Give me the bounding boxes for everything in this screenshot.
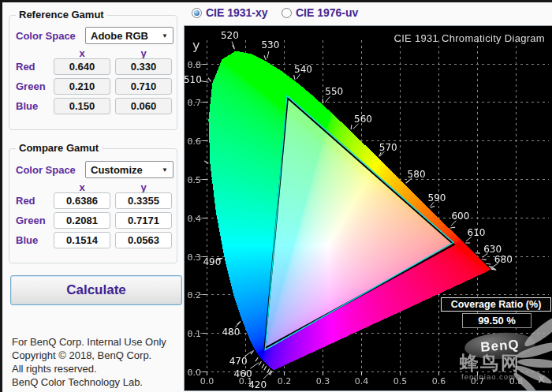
footer-line: BenQ Color Technology Lab. (12, 375, 166, 389)
compare-green-label: Green (16, 215, 46, 226)
compare-red-y-input[interactable] (115, 192, 172, 209)
reference-color-space-label: Color Space (16, 30, 76, 42)
reference-green-x-field (54, 78, 110, 95)
compare-color-space-select[interactable]: Customize ▼ (85, 161, 173, 178)
radio-cie-1976-uv[interactable]: CIE 1976-uv (282, 6, 358, 19)
reference-blue-y-field (115, 98, 172, 114)
compare-blue-y-input[interactable] (115, 232, 172, 248)
chromaticity-plot: CIE 1931 Chromaticity Diagram Coverage R… (184, 25, 552, 391)
radio-cie-1976-label: CIE 1976-uv (296, 6, 358, 19)
reference-red-label: Red (16, 61, 35, 73)
reference-gamut-group: Reference Gamut Color Space Adobe RGB ▼ … (9, 15, 177, 130)
compare-col-x-header: x (54, 181, 110, 193)
dropdown-arrow-icon: ▼ (162, 32, 168, 39)
reference-blue-x-field (54, 98, 110, 114)
radio-selected-icon (192, 8, 202, 18)
reference-col-y-header: y (115, 47, 172, 59)
compare-green-y-input[interactable] (115, 212, 172, 229)
coverage-ratio-label: Coverage Ratio (%) (441, 297, 551, 312)
compare-gamut-group: Compare Gamut Color Space Customize ▼ x … (9, 148, 177, 263)
compare-color-space-value: Customize (91, 164, 143, 176)
compare-green-x-input[interactable] (54, 212, 110, 229)
gamut-tool-window: Reference Gamut Color Space Adobe RGB ▼ … (0, 0, 552, 392)
compare-gamut-title: Compare Gamut (16, 142, 102, 154)
dropdown-arrow-icon: ▼ (162, 166, 168, 174)
reference-blue-label: Blue (16, 100, 38, 112)
reference-color-space-select[interactable]: Adobe RGB ▼ (85, 27, 173, 44)
compare-blue-x-input[interactable] (54, 232, 110, 248)
radio-cie-1931-label: CIE 1931-xy (206, 6, 268, 19)
reference-col-x-header: x (54, 47, 110, 59)
reference-red-x-field (54, 58, 110, 75)
footer-text: For BenQ Corp. Internal Use Only Copyrig… (12, 335, 166, 389)
compare-red-x-input[interactable] (54, 192, 110, 209)
watermark-url: fengniao.com (461, 372, 516, 381)
compare-col-y-header: y (115, 181, 172, 193)
chart-title: CIE 1931 Chromaticity Diagram (394, 32, 546, 44)
reference-red-y-field (115, 58, 172, 75)
radio-cie-1931-xy[interactable]: CIE 1931-xy (192, 6, 268, 19)
reference-gamut-title: Reference Gamut (16, 9, 107, 21)
calculate-button[interactable]: Calculate (10, 275, 182, 305)
compare-blue-label: Blue (16, 234, 38, 246)
compare-red-label: Red (16, 195, 35, 207)
radio-unselected-icon (282, 8, 292, 18)
footer-line: Copyright © 2018, BenQ Corp. (12, 349, 166, 362)
footer-line: All rights reserved. (12, 362, 166, 375)
reference-green-y-field (115, 78, 172, 95)
footer-line: For BenQ Corp. Internal Use Only (12, 335, 166, 349)
reference-green-label: Green (16, 80, 46, 92)
compare-color-space-label: Color Space (16, 164, 76, 176)
coverage-ratio-value: 99.50 % (462, 313, 531, 328)
reference-color-space-value: Adobe RGB (91, 30, 148, 42)
